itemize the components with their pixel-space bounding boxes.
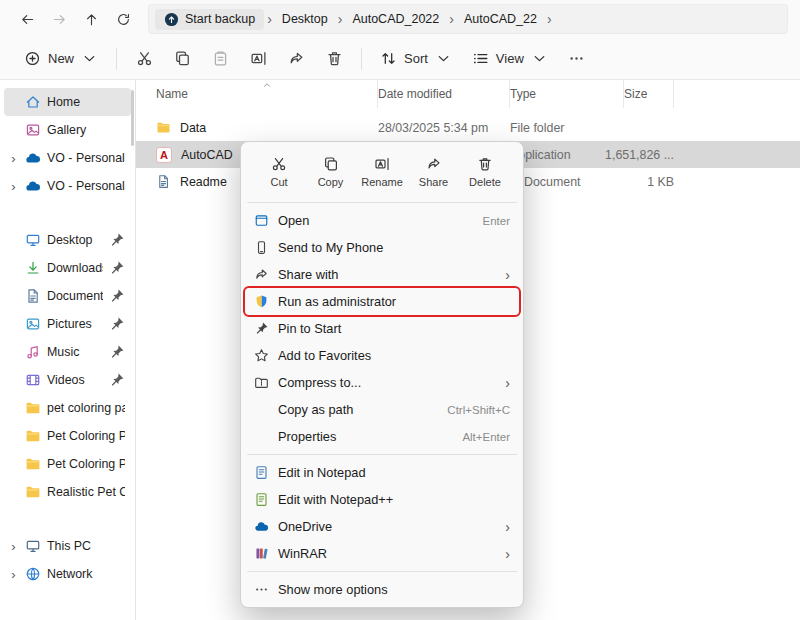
- breadcrumb-autocad-2022[interactable]: AutoCAD_2022: [345, 9, 446, 29]
- copy-button[interactable]: [165, 43, 199, 75]
- menu-item-onedrive[interactable]: OneDrive: [245, 513, 519, 540]
- view-label: View: [496, 51, 524, 66]
- new-button[interactable]: New: [16, 44, 106, 73]
- menu-item-properties[interactable]: Properties Alt+Enter: [245, 423, 519, 450]
- menu-item-run-as-administrator[interactable]: Run as administrator: [245, 288, 519, 315]
- expand-chevron-icon[interactable]: [8, 179, 19, 194]
- column-header-size[interactable]: Size: [624, 80, 674, 108]
- submenu-chevron-icon: [505, 546, 510, 562]
- rename-button[interactable]: [241, 43, 275, 75]
- sidebar-item-gallery[interactable]: Gallery: [4, 116, 131, 144]
- sidebar-item-music[interactable]: Music: [4, 338, 131, 366]
- forward-icon: [52, 12, 67, 27]
- quick-actions-bar: Cut Copy Rename Share Delete: [245, 146, 519, 198]
- sidebar-item-documents[interactable]: Documents: [4, 282, 131, 310]
- menu-separator: [247, 571, 517, 572]
- start-backup-button[interactable]: Start backup: [155, 9, 264, 30]
- open-app-icon: [254, 213, 278, 228]
- menu-item-open[interactable]: Open Enter: [245, 207, 519, 234]
- menu-item-share-with[interactable]: Share with: [245, 261, 519, 288]
- forward-button[interactable]: [44, 4, 74, 34]
- sidebar-item-desktop[interactable]: Desktop: [4, 226, 131, 254]
- quick-action-label: Share: [419, 176, 448, 188]
- sidebar-item-pictures[interactable]: Pictures: [4, 310, 131, 338]
- menu-item-pin-to-start[interactable]: Pin to Start: [245, 315, 519, 342]
- sidebar-item-pet-coloring-pages-2[interactable]: Pet Coloring Pages: [4, 422, 131, 450]
- paste-button[interactable]: [203, 43, 237, 75]
- sidebar-scrollbar[interactable]: [131, 90, 134, 146]
- menu-item-winrar[interactable]: WinRAR: [245, 540, 519, 567]
- column-header-type[interactable]: Type: [510, 80, 624, 108]
- onedrive-cloud-icon: [254, 519, 278, 534]
- quick-action-delete[interactable]: Delete: [463, 156, 507, 188]
- new-plus-icon: [24, 50, 41, 67]
- sidebar-item-label: Documents: [47, 289, 103, 303]
- breadcrumb-chevron-icon: [337, 11, 344, 27]
- sidebar-item-this-pc[interactable]: This PC: [4, 532, 131, 560]
- expand-chevron-icon[interactable]: [8, 539, 19, 554]
- menu-item-edit-in-notepad[interactable]: Edit in Notepad: [245, 459, 519, 486]
- column-header-name[interactable]: Name: [156, 80, 378, 108]
- sidebar-item-pet-coloring-pages-1[interactable]: pet coloring pages: [4, 394, 131, 422]
- sidebar-item-realistic-pet-coloring[interactable]: Realistic Pet Colorin: [4, 478, 131, 506]
- sidebar-item-home[interactable]: Home: [4, 88, 131, 116]
- menu-item-send-to-my-phone[interactable]: Send to My Phone: [245, 234, 519, 261]
- sidebar-item-onedrive-1[interactable]: VO - Personal: [4, 144, 131, 172]
- breadcrumb-desktop[interactable]: Desktop: [275, 9, 335, 29]
- new-label: New: [48, 51, 74, 66]
- sidebar-item-network[interactable]: Network: [4, 560, 131, 588]
- quick-action-copy[interactable]: Copy: [309, 156, 353, 188]
- sidebar-gap: [0, 200, 135, 226]
- command-toolbar: New Sort View: [0, 38, 800, 80]
- file-date: 28/03/2025 5:34 pm: [378, 121, 510, 135]
- quick-action-cut[interactable]: Cut: [257, 156, 301, 188]
- sidebar-item-label: VO - Personal: [47, 179, 125, 193]
- breadcrumb-chevron-icon[interactable]: [546, 11, 553, 27]
- share-icon: [288, 50, 305, 67]
- sort-button[interactable]: Sort: [372, 44, 460, 73]
- column-header-date-modified[interactable]: Date modified: [378, 80, 510, 108]
- sidebar-item-videos[interactable]: Videos: [4, 366, 131, 394]
- backup-icon: [164, 12, 179, 27]
- quick-action-share[interactable]: Share: [412, 156, 456, 188]
- file-row-data[interactable]: Data 28/03/2025 5:34 pm File folder: [136, 114, 800, 141]
- menu-item-add-to-favorites[interactable]: Add to Favorites: [245, 342, 519, 369]
- pin-icon: [109, 288, 125, 304]
- share-button[interactable]: [279, 43, 313, 75]
- phone-icon: [254, 240, 278, 255]
- refresh-button[interactable]: [108, 4, 138, 34]
- pin-icon: [109, 232, 125, 248]
- up-button[interactable]: [76, 4, 106, 34]
- sidebar-item-label: Pet Coloring Pages: [47, 457, 125, 471]
- desktop-icon: [25, 232, 41, 248]
- menu-item-label: Edit with Notepad++: [278, 492, 510, 507]
- delete-button[interactable]: [317, 43, 351, 75]
- paste-icon: [212, 50, 229, 67]
- address-bar[interactable]: Start backup Desktop AutoCAD_2022 AutoCA…: [148, 4, 788, 34]
- cut-button[interactable]: [127, 43, 161, 75]
- back-button[interactable]: [12, 4, 42, 34]
- admin-shield-icon: [254, 294, 278, 309]
- breadcrumb-autocad-22[interactable]: AutoCAD_22: [457, 9, 544, 29]
- file-type: File folder: [510, 121, 624, 135]
- quick-action-rename[interactable]: Rename: [360, 156, 404, 188]
- view-button[interactable]: View: [464, 44, 556, 73]
- sidebar-item-downloads[interactable]: Downloads: [4, 254, 131, 282]
- expand-chevron-icon[interactable]: [8, 151, 19, 166]
- sidebar-item-label: Gallery: [47, 123, 125, 137]
- expand-chevron-icon[interactable]: [8, 567, 19, 582]
- pictures-icon: [25, 316, 41, 332]
- menu-item-label: OneDrive: [278, 519, 497, 534]
- sidebar-item-pet-coloring-pages-3[interactable]: Pet Coloring Pages: [4, 450, 131, 478]
- chevron-down-icon: [435, 50, 452, 67]
- file-type: Document: [510, 175, 624, 189]
- zip-folder-icon: [254, 375, 278, 390]
- menu-item-show-more-options[interactable]: Show more options: [245, 576, 519, 603]
- menu-item-edit-with-notepad-plus-plus[interactable]: Edit with Notepad++: [245, 486, 519, 513]
- file-explorer-window: Start backup Desktop AutoCAD_2022 AutoCA…: [0, 0, 800, 620]
- rename-icon: [250, 50, 267, 67]
- menu-item-copy-as-path[interactable]: Copy as path Ctrl+Shift+C: [245, 396, 519, 423]
- more-options-button[interactable]: [560, 43, 594, 75]
- sidebar-item-onedrive-2[interactable]: VO - Personal: [4, 172, 131, 200]
- menu-item-compress-to[interactable]: Compress to...: [245, 369, 519, 396]
